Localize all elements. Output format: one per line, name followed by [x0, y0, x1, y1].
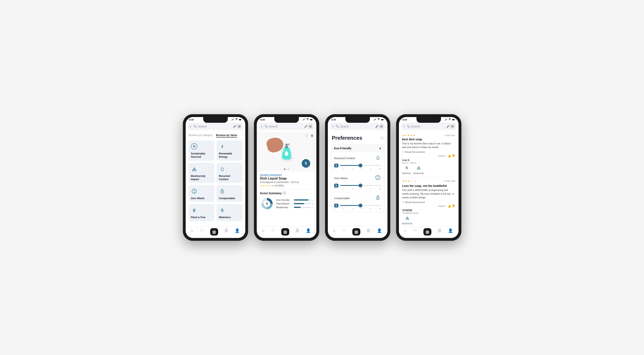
- share-button[interactable]: ⬆: [310, 134, 314, 138]
- reviewer-values-1: Waterless Biodiversity: [402, 165, 455, 174]
- nav-list-2[interactable]: ☰: [296, 228, 299, 236]
- score-section: Score Summary ⓘ 5: [257, 189, 316, 210]
- search-bar-2[interactable]: ‹ 🔍 Search 🎤 ▦: [259, 123, 314, 130]
- prefs-title: Preferences: [332, 135, 362, 141]
- nav-person-4[interactable]: 👤: [448, 228, 453, 236]
- nav-heart-2[interactable]: ♡: [271, 228, 275, 236]
- biodiversity-impact-icon: [191, 166, 198, 173]
- card-plant-a-tree[interactable]: Plant-a-Tree: [188, 204, 214, 221]
- barcode-icon-4[interactable]: ▦: [451, 124, 454, 128]
- slider-recycled[interactable]: [340, 164, 381, 168]
- card-recycled-content[interactable]: Recycled Content: [216, 163, 242, 183]
- nav-home-1[interactable]: ⌂: [191, 228, 193, 236]
- nav-list-3[interactable]: ☰: [367, 228, 370, 236]
- card-biodiversity-impact[interactable]: Biodiversity Impact: [188, 163, 214, 183]
- barcode-icon-3[interactable]: ▦: [380, 124, 383, 128]
- favorite-button[interactable]: ♡: [305, 134, 308, 138]
- bottom-nav-4: ⌂ ♡ ▦ ☰ 👤: [399, 226, 458, 238]
- back-button-4[interactable]: ‹: [404, 124, 404, 128]
- nav-home-2[interactable]: ⌂: [262, 228, 264, 236]
- nav-person-3[interactable]: 👤: [377, 228, 382, 236]
- mic-icon-4[interactable]: 🎤: [446, 125, 450, 128]
- review-header-2: ★★★★★ 5 days ago: [402, 180, 455, 184]
- review-card-2: ★★★★★ 5 days ago Love the soap, not the …: [399, 177, 458, 226]
- biodiversity-value-label-1: Biodiversity: [414, 172, 424, 174]
- slider-zerowaste[interactable]: [340, 184, 381, 188]
- search-input-2[interactable]: Search: [269, 125, 303, 128]
- nav-heart-3[interactable]: ♡: [342, 228, 346, 236]
- product-rating: ★★★★★ 4.8 (931): [260, 184, 313, 187]
- nav-home-4[interactable]: ⌂: [404, 228, 406, 236]
- pref-icon-compostable: [374, 194, 381, 202]
- mic-icon-2[interactable]: 🎤: [304, 125, 308, 128]
- search-bar-1[interactable]: ‹ 🔍 Search 🎤 ▦: [188, 123, 243, 130]
- card-sustainably-sourced[interactable]: Sustainably Sourced: [188, 140, 214, 161]
- search-input-4[interactable]: Search: [411, 125, 445, 128]
- barcode-icon-1[interactable]: ▦: [238, 124, 241, 128]
- check-icon-1: ✓: [402, 150, 404, 154]
- search-input-3[interactable]: Search: [340, 125, 374, 128]
- status-bar-3: 8:30: [328, 117, 388, 122]
- nav-scan-4[interactable]: ▦: [424, 228, 432, 236]
- phone-3: 8:30 ‹ 🔍 Search 🎤 ▦ Preferences ⓘ: [325, 114, 390, 241]
- nav-home-3[interactable]: ⌂: [333, 228, 336, 236]
- biodiversity-value-label-2: Biodiversity: [402, 222, 412, 225]
- pref-slider-recycled: 5: [334, 164, 381, 168]
- mic-icon-1[interactable]: 🎤: [233, 125, 236, 128]
- nav-heart-4[interactable]: ♡: [413, 228, 417, 236]
- check-icon-2: ✓: [402, 200, 404, 204]
- search-input-1[interactable]: Search: [198, 125, 232, 128]
- value-grid: Sustainably Sourced Rene: [186, 139, 245, 222]
- nav-scan-2[interactable]: ▦: [281, 228, 289, 236]
- nav-list-1[interactable]: ☰: [224, 228, 228, 236]
- back-button-1[interactable]: ‹: [190, 124, 192, 128]
- svg-rect-23: [452, 119, 454, 120]
- bar-arrow-bio[interactable]: ›: [312, 206, 313, 208]
- tab-value[interactable]: Browse by Value: [216, 134, 237, 138]
- pref-item-recycled: Recycled Content: [331, 152, 384, 172]
- pref-score-compostable: 5: [334, 204, 338, 208]
- score-chart-row: 5 Eco-Friendly › Plant-Based ›: [260, 197, 313, 210]
- prefs-info-icon[interactable]: ⓘ: [380, 136, 384, 140]
- barcode-icon-2[interactable]: ▦: [308, 124, 312, 128]
- card-renewable-energy[interactable]: Renewable Energy: [216, 140, 242, 161]
- nav-person-1[interactable]: 👤: [235, 228, 240, 236]
- back-button-3[interactable]: ‹: [332, 124, 334, 128]
- nav-scan-1[interactable]: ▦: [210, 228, 218, 236]
- product-brand[interactable]: Seventh Generation: [260, 174, 313, 176]
- pref-label-recycled: Recycled Content: [334, 157, 355, 160]
- info-icon[interactable]: ⓘ: [283, 192, 286, 195]
- prefs-section-header[interactable]: Eco-Friendly ∧: [331, 144, 384, 152]
- card-compostable[interactable]: Compostable: [216, 185, 242, 202]
- nav-heart-1[interactable]: ♡: [200, 228, 204, 236]
- score-bars: Eco-Friendly › Plant-Based › Biodiversit…: [276, 199, 313, 208]
- card-zero-waste[interactable]: Zero Waste: [188, 185, 214, 202]
- nav-person-2[interactable]: 👤: [306, 228, 311, 236]
- slider-compostable[interactable]: [340, 204, 381, 208]
- image-dots: [284, 168, 289, 170]
- nav-scan-3[interactable]: ▦: [352, 228, 360, 236]
- review-body-2: This stuff is AWESOME at degreasing and …: [402, 188, 455, 199]
- reviewer-name-1: Lisa S.: [402, 159, 455, 162]
- nav-list-4[interactable]: ☰: [438, 228, 442, 236]
- search-bar-4[interactable]: ‹ 🔍 Search 🎤 ▦: [401, 123, 456, 130]
- tab-category[interactable]: Browse by Category: [189, 134, 213, 138]
- back-button-2[interactable]: ‹: [261, 124, 262, 128]
- phone-2: 8:30 ‹ 🔍 Search 🎤 ▦ ⬆ ♡ 🧴: [254, 114, 319, 241]
- review-card-1: ★★★★★ 2 days ago best dish soap This is …: [399, 132, 458, 177]
- helpful-icons-2[interactable]: 👍 👎: [448, 204, 455, 208]
- bar-arrow-eco[interactable]: ›: [312, 199, 313, 201]
- bottom-nav-1: ⌂ ♡ ▦ ☰ 👤: [186, 226, 245, 238]
- helpful-row-1: Helpful? 👍 👎: [402, 154, 455, 158]
- score-bar-plant: Plant-Based ›: [276, 202, 313, 205]
- card-waterless[interactable]: Waterless: [216, 204, 242, 221]
- search-bar-3[interactable]: ‹ 🔍 Search 🎤 ▦: [330, 123, 385, 130]
- recommend-label-1: Would Recommend: [405, 151, 425, 153]
- helpful-icons-1[interactable]: 👍 👎: [448, 154, 455, 158]
- product-name: Dish Liquid Soap: [260, 177, 313, 180]
- mic-icon-3[interactable]: 🎤: [376, 125, 378, 128]
- pref-label-zerowaste: Zero Waste: [334, 177, 348, 180]
- bar-arrow-plant[interactable]: ›: [312, 202, 313, 205]
- pref-score-zerowaste: 5: [334, 184, 338, 188]
- pref-item-compostable: Compostable 5: [331, 192, 384, 212]
